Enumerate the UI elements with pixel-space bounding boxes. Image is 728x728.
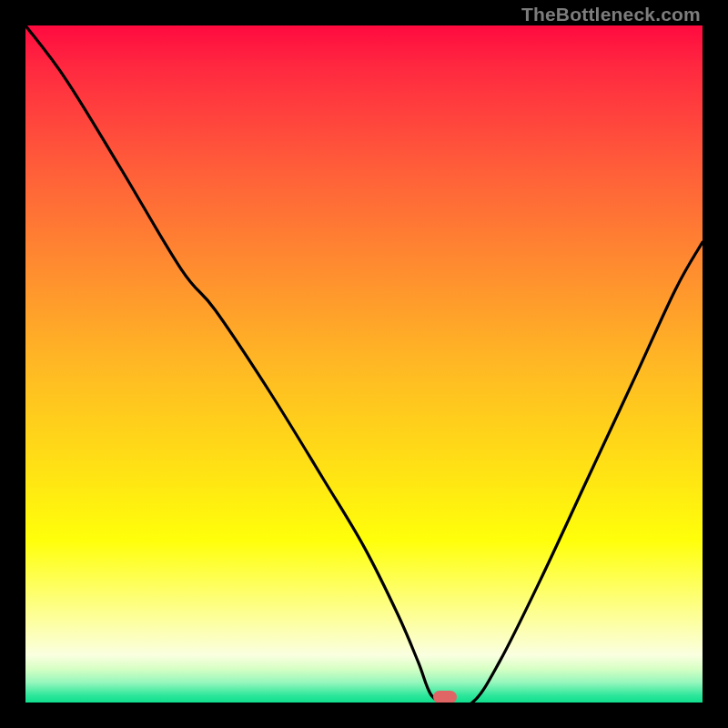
plot-area (25, 25, 703, 703)
chart-container: TheBottleneck.com (0, 0, 728, 728)
bottleneck-curve (25, 25, 703, 703)
curve-svg (25, 25, 703, 703)
watermark-text: TheBottleneck.com (521, 4, 701, 25)
optimal-point-marker (433, 691, 457, 703)
